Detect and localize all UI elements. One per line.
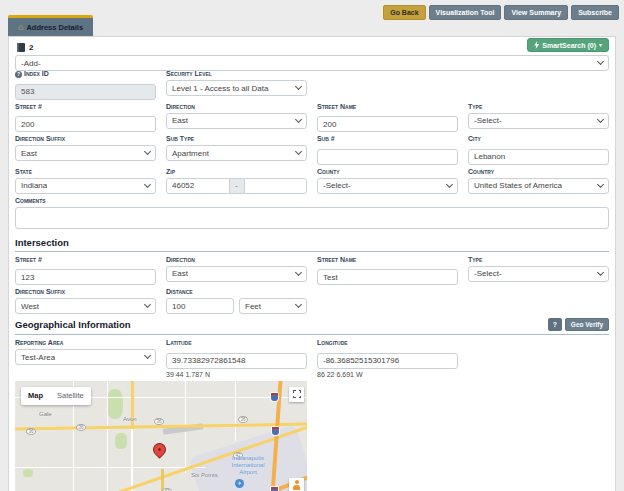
map-canvas[interactable]: 36 36 36 36 42 42 Gale Avon Six Points P…	[15, 381, 307, 491]
field-comments: Comments	[15, 197, 609, 233]
field-direction: Direction East	[166, 103, 307, 133]
distance-input[interactable]	[166, 298, 234, 314]
reporting-area-select[interactable]: Test-Area	[15, 349, 156, 365]
pegman-icon	[293, 480, 300, 490]
longitude-dms: 86 22 6.691 W	[317, 371, 458, 378]
route-shield: 36	[154, 418, 164, 425]
comments-label: Comments	[15, 197, 609, 205]
pegman-button[interactable]	[289, 478, 304, 491]
form-row-3: Direction Suffix East Sub Type Apartment…	[15, 135, 609, 165]
map-type-control: Map Satellite	[21, 387, 91, 405]
geo-header-buttons: ? Geo Verify	[548, 318, 609, 331]
field-int-street-no: Street #	[15, 256, 156, 286]
state-label: State	[15, 168, 156, 176]
int-street-no-label: Street #	[15, 256, 156, 264]
int-direction-suffix-label: Direction Suffix	[15, 288, 156, 296]
chevron-down-icon	[144, 148, 151, 155]
int-direction-select[interactable]: East	[166, 266, 307, 282]
security-level-value: Level 1 - Access to all Data	[172, 84, 269, 93]
fullscreen-icon	[293, 390, 301, 398]
fullscreen-button[interactable]	[289, 387, 304, 402]
geo-row: Reporting Area Test-Area Latitude 39 44 …	[15, 339, 609, 378]
address-home-icon: ⌂	[18, 23, 23, 32]
county-value: -Select-	[323, 181, 351, 190]
map-marker-icon[interactable]	[150, 440, 168, 458]
go-back-button[interactable]: Go Back	[383, 5, 425, 20]
visualization-tool-button[interactable]: Visualization Tool	[429, 5, 502, 20]
longitude-input[interactable]	[317, 353, 458, 369]
geo-help-button[interactable]: ?	[548, 318, 562, 331]
field-county: County -Select-	[317, 168, 458, 194]
city-label: City	[468, 135, 609, 143]
address-details-screen: Go Back Visualization Tool View Summary …	[0, 0, 624, 491]
field-security-level: Security Level Level 1 - Access to all D…	[166, 70, 307, 100]
field-index-id: ? Index ID	[15, 70, 156, 100]
intersection-title: Intersection	[15, 237, 69, 248]
green-area	[107, 389, 123, 419]
street-no-input[interactable]	[15, 116, 156, 132]
road	[131, 425, 133, 491]
index-id-label-text: Index ID	[24, 70, 49, 78]
intersection-section-header: Intersection	[15, 237, 609, 252]
int-direction-suffix-select[interactable]: West	[15, 298, 156, 314]
country-value: United States of America	[474, 181, 562, 190]
latitude-input[interactable]	[166, 353, 307, 369]
int-type-select[interactable]: -Select-	[468, 266, 609, 282]
chevron-down-icon	[295, 148, 302, 155]
panel-header: 2 SmartSearch (0) ▾ -Add-	[15, 40, 609, 70]
tab-address-details[interactable]: ⌂ Address Details	[8, 15, 93, 36]
type-value: -Select-	[474, 116, 502, 125]
int-street-name-input[interactable]	[317, 269, 458, 285]
chevron-down-icon	[295, 115, 302, 122]
chevron-down-icon	[597, 115, 604, 122]
map-type-map-button[interactable]: Map	[21, 391, 50, 400]
zip-input[interactable]	[166, 178, 230, 194]
record-count-value: 2	[29, 43, 33, 52]
geo-verify-button[interactable]: Geo Verify	[565, 318, 609, 331]
street-name-input[interactable]	[317, 116, 458, 132]
county-select[interactable]: -Select-	[317, 178, 458, 194]
longitude-label: Longitude	[317, 339, 458, 347]
security-level-select[interactable]: Level 1 - Access to all Data	[166, 80, 307, 96]
chevron-down-icon	[144, 352, 151, 359]
route-shield: 36	[238, 416, 248, 423]
zip-ext-input[interactable]	[244, 178, 308, 194]
subscribe-button[interactable]: Subscribe	[571, 5, 619, 20]
country-label: Country	[468, 168, 609, 176]
chevron-down-icon	[144, 180, 151, 187]
field-type: Type -Select-	[468, 103, 609, 133]
road	[15, 467, 205, 468]
county-label: County	[317, 168, 458, 176]
add-dropdown[interactable]: -Add-	[15, 55, 609, 71]
int-street-no-input[interactable]	[15, 269, 156, 285]
smartsearch-button[interactable]: SmartSearch (0) ▾	[527, 38, 609, 52]
state-select[interactable]: Indiana	[15, 178, 156, 194]
chevron-down-icon	[295, 268, 302, 275]
chevron-down-icon	[295, 301, 302, 308]
field-int-direction-suffix: Direction Suffix West	[15, 288, 156, 314]
field-int-direction: Direction East	[166, 256, 307, 286]
view-summary-button[interactable]: View Summary	[504, 5, 568, 20]
country-select[interactable]: United States of America	[468, 178, 609, 194]
distance-unit-select[interactable]: Feet	[239, 298, 307, 314]
lightning-icon	[534, 41, 539, 49]
sub-no-input[interactable]	[317, 149, 458, 165]
city-input[interactable]	[468, 149, 609, 165]
direction-select[interactable]: East	[166, 113, 307, 129]
map-type-satellite-button[interactable]: Satellite	[50, 391, 91, 400]
int-type-value: -Select-	[474, 269, 502, 278]
type-select[interactable]: -Select-	[468, 113, 609, 129]
interstate-shield-icon	[271, 487, 278, 491]
reporting-area-label: Reporting Area	[15, 339, 156, 347]
chevron-down-icon	[144, 301, 151, 308]
field-street-name: Street Name	[317, 103, 458, 133]
geo-section-header: Geographical Information ? Geo Verify	[15, 318, 609, 335]
direction-label: Direction	[166, 103, 307, 111]
street-no-label: Street #	[15, 103, 156, 111]
comments-textarea[interactable]	[15, 207, 609, 229]
sub-type-select[interactable]: Apartment	[166, 145, 307, 161]
intersection-row-1: Street # Direction East Street Name Type…	[15, 256, 609, 286]
distance-group: Feet	[166, 298, 307, 314]
direction-suffix-select[interactable]: East	[15, 145, 156, 161]
caret-down-icon: ▾	[599, 42, 602, 48]
